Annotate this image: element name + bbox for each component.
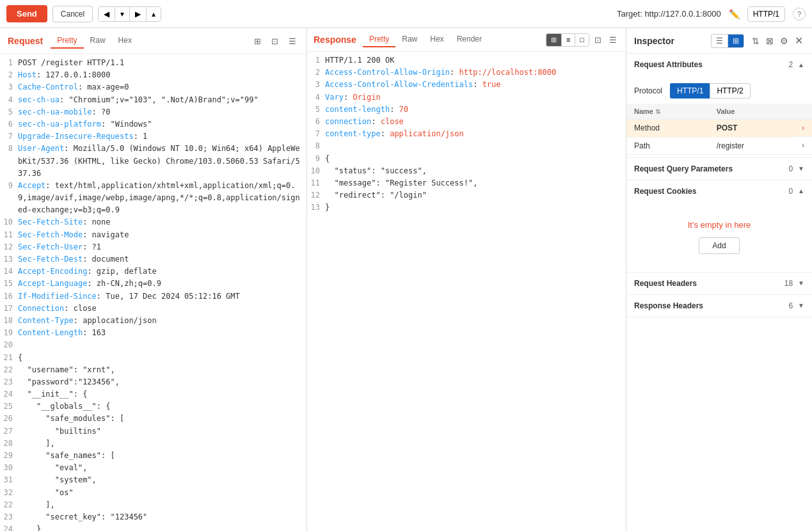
tab-response-raw[interactable]: Raw [395,32,424,47]
request-menu-icon[interactable]: ☰ [286,35,299,47]
response-code-line: 5content-length: 70 [307,104,626,116]
inspector-expand-icon[interactable]: ⊠ [765,35,775,47]
inspector-view-list[interactable]: ☰ [712,35,728,47]
send-button[interactable]: Send [6,5,47,22]
protocol-row: Protocol HTTP/1 HTTP/2 [626,78,812,104]
inspector-settings-icon[interactable]: ⚙ [779,35,790,47]
response-panel: Response Pretty Raw Hex Render ⊞ ≡ □ ⊡ ☰… [307,28,626,531]
line-content: Access-Control-Allow-Origin: http://loca… [325,67,556,79]
request-cookies-section: Request Cookies 0 It's empty in here Add [626,180,812,273]
request-code-line: 17Connection: close [0,303,306,315]
response-menu-icon[interactable]: ☰ [607,34,619,46]
request-code-area[interactable]: 1POST /register HTTP/1.12Host: 127.0.0.1… [0,54,306,531]
request-code-line: 12Sec-Fetch-User: ?1 [0,241,306,253]
request-code-line: 30 "eval", [0,462,306,474]
help-icon[interactable]: ? [793,8,806,20]
response-view-group: ⊞ ≡ □ [546,33,589,47]
attr-col-value: Value [709,104,794,120]
tab-request-hex[interactable]: Hex [112,33,138,49]
request-icon-2[interactable]: ⊡ [269,35,281,47]
name-sort-icon[interactable]: ⇅ [655,108,660,115]
request-query-header[interactable]: Request Query Parameters 0 [626,158,812,180]
response-code-line: 1HTTP/1.1 200 OK [307,54,626,67]
nav-forward-button[interactable]: ▶ [130,7,147,21]
protocol-http2-button[interactable]: HTTP/2 [710,83,750,99]
attr-path-chevron[interactable]: › [794,137,812,154]
inspector-view-grid[interactable]: ⊞ [728,35,744,47]
line-number: 11 [310,177,325,189]
request-attributes-header[interactable]: Request Attributes 2 [626,54,812,75]
tab-request-pretty[interactable]: Pretty [51,33,83,49]
request-panel-header: Request Pretty Raw Hex ⊞ ⊡ ☰ [0,28,306,54]
toolbar-right: Target: http://127.0.0.1:8000 ✏️ HTTP/1 … [617,6,806,22]
request-code-line: 27 "builtins" [0,425,306,438]
view-box-button[interactable]: □ [575,34,589,46]
edit-icon[interactable]: ✏️ [729,9,740,19]
line-number: 6 [310,116,325,128]
line-number: 2 [3,69,18,81]
response-headers-header[interactable]: Response Headers 6 [626,295,812,317]
request-headers-count: 18 [784,279,793,288]
cookies-empty-state: It's empty in here Add [626,205,812,269]
line-number: 24 [3,388,18,400]
tab-request-raw[interactable]: Raw [84,33,112,49]
line-content: sec-ch-ua: "Chromium";v="103", ".Not/A)B… [18,94,259,106]
protocol-http1-button[interactable]: HTTP/1 [670,83,710,99]
line-content: User-Agent: Mozilla/5.0 (Windows NT 10.0… [18,143,304,180]
inspector-view-modes: ☰ ⊞ [711,34,744,48]
request-code-line: 26 "safe_modules": [ [0,413,306,425]
line-number: 23 [3,511,18,523]
attr-method-chevron[interactable]: › [794,120,812,137]
line-number: 3 [3,81,18,93]
cookies-empty-text: It's empty in here [688,220,751,230]
line-number: 26 [3,413,18,425]
http-version-button[interactable]: HTTP/1 [747,6,785,22]
request-query-section: Request Query Parameters 0 [626,158,812,180]
line-number: 16 [3,290,18,303]
response-code-line: 10 "status": "success", [307,165,626,177]
tab-response-pretty[interactable]: Pretty [363,32,395,47]
attributes-table: Name ⇅ Value Method POST › Path [626,104,812,155]
view-list-button[interactable]: ≡ [562,34,575,46]
line-content: "builtins" [18,425,101,438]
request-headers-header[interactable]: Request Headers 18 [626,273,812,294]
response-title: Response [314,35,356,45]
request-panel: Request Pretty Raw Hex ⊞ ⊡ ☰ 1POST /regi… [0,28,307,531]
tab-response-hex[interactable]: Hex [424,32,450,47]
line-content: HTTP/1.1 200 OK [325,54,394,67]
cancel-button[interactable]: Cancel [52,6,93,22]
request-cookies-count: 0 [788,187,793,196]
view-grid-button[interactable]: ⊞ [546,34,562,46]
request-cookies-header[interactable]: Request Cookies 0 [626,180,812,202]
tab-response-render[interactable]: Render [450,32,488,47]
nav-down-button[interactable]: ▾ [115,7,130,21]
line-content: Host: 127.0.0.1:8000 [18,69,111,81]
request-icon-1[interactable]: ⊞ [251,35,264,47]
request-attributes-count: 2 [788,60,793,69]
request-attributes-chevron [798,61,804,68]
nav-up-button[interactable]: ▴ [147,7,161,21]
response-code-area[interactable]: 1HTTP/1.1 200 OK2Access-Control-Allow-Or… [307,52,626,531]
line-number: 24 [3,523,18,531]
line-number: 18 [3,315,18,327]
request-query-chevron [798,165,804,172]
inspector-close-icon[interactable]: ✕ [793,33,804,48]
cookies-add-button[interactable]: Add [699,237,739,254]
request-code-line: 20 [0,339,306,351]
line-number: 21 [3,352,18,364]
request-headers-chevron [798,280,804,287]
response-header-row: Response Pretty Raw Hex Render ⊞ ≡ □ ⊡ ☰ [307,28,626,52]
request-code-line: 32 "os" [0,487,306,499]
response-code-line: 11 "message": "Register Success!", [307,177,626,189]
response-headers-chevron [798,302,804,309]
response-code-line: 12 "redirect": "/login" [307,189,626,202]
response-icon-1[interactable]: ⊡ [592,34,604,46]
line-number: 4 [310,91,325,104]
request-title: Request [8,36,43,46]
nav-back-button[interactable]: ◀ [99,7,115,21]
request-query-title: Request Query Parameters [634,164,788,173]
request-code-line: 21{ [0,352,306,364]
request-cookies-title: Request Cookies [634,187,788,196]
attr-row-method: Method POST › [626,120,812,138]
inspector-sort-icon[interactable]: ⇅ [751,35,761,47]
